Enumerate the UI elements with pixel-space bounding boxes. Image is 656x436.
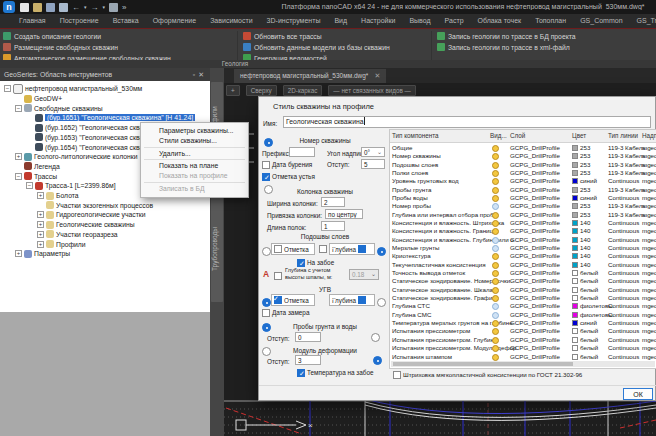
ugv-mark-field[interactable]: Отметка bbox=[271, 294, 315, 306]
tree-item[interactable]: +Участки георазреза bbox=[37, 230, 118, 240]
view-button[interactable]: 2D-каркас bbox=[283, 85, 323, 96]
tree-item[interactable]: GeoDW+ bbox=[15, 94, 62, 104]
table-row[interactable]: Испытания прессиометромGCPG_DrillProfile… bbox=[390, 327, 656, 335]
table-row[interactable]: Испытания прессиометром. ГлубинаGCPG_Dri… bbox=[390, 336, 656, 344]
visibility-bulb-icon[interactable] bbox=[492, 170, 499, 177]
menu-item[interactable]: Показать на плане bbox=[141, 161, 248, 171]
tab-3D-инструменты[interactable]: 3D-инструменты bbox=[260, 14, 328, 28]
ugv-depth-radio[interactable] bbox=[377, 298, 386, 307]
new-file-icon[interactable] bbox=[20, 3, 29, 12]
tab-Настройки[interactable]: Настройки bbox=[354, 14, 402, 28]
visibility-bulb-icon[interactable] bbox=[492, 153, 499, 160]
measure-date-checkbox[interactable] bbox=[262, 309, 270, 317]
tree-item[interactable]: +Профили bbox=[37, 239, 86, 249]
soles-mark-radio[interactable] bbox=[262, 247, 271, 256]
number-offset-input[interactable]: 5 bbox=[361, 159, 385, 169]
collapse-icon[interactable]: − bbox=[15, 105, 22, 112]
visibility-bulb-icon[interactable] bbox=[492, 287, 499, 294]
column-width-input[interactable]: 2 bbox=[321, 197, 345, 207]
soles-depth-radio[interactable] bbox=[377, 247, 386, 256]
visibility-bulb-icon[interactable] bbox=[492, 203, 499, 210]
visibility-bulb-icon[interactable] bbox=[492, 295, 499, 302]
column-group-radio[interactable] bbox=[264, 185, 273, 194]
hatch-gost-checkbox[interactable] bbox=[393, 371, 401, 379]
visibility-bulb-icon[interactable] bbox=[492, 337, 499, 344]
tree-item[interactable]: −Трасса-1 [L=2399.86м] bbox=[26, 181, 116, 191]
menu-item[interactable]: Стили скважины... bbox=[141, 136, 248, 146]
ugv-mark-radio[interactable] bbox=[262, 298, 271, 307]
view-button[interactable]: Сверху bbox=[246, 85, 277, 96]
tree-item[interactable]: Участки экзогенных процессов bbox=[37, 200, 153, 210]
table-row[interactable]: Статическое зондирование. Шкала.GCPG_Dri… bbox=[390, 286, 656, 294]
number-group-radio[interactable] bbox=[264, 138, 273, 147]
tab-Главная[interactable]: Главная bbox=[12, 14, 53, 28]
expand-icon[interactable]: + bbox=[37, 221, 44, 228]
soles-depth-field[interactable]: Глубина bbox=[329, 243, 375, 255]
table-row[interactable]: КриотекстураGCPG_DrillProfile140Continuo… bbox=[390, 252, 656, 260]
visibility-bulb-icon[interactable] bbox=[492, 270, 499, 277]
visibility-bulb-icon[interactable] bbox=[492, 195, 499, 202]
scrollbar-thumb[interactable] bbox=[393, 362, 573, 366]
view-button[interactable]: — нет связанных видов — bbox=[328, 85, 415, 96]
table-column-header[interactable]: Цвет bbox=[572, 130, 586, 142]
tab-Вид[interactable]: Вид bbox=[327, 14, 354, 28]
visibility-bulb-icon[interactable] bbox=[492, 187, 499, 194]
visibility-bulb-icon[interactable] bbox=[492, 253, 499, 260]
redo-icon[interactable]: → bbox=[91, 3, 99, 12]
table-column-header[interactable]: Слой bbox=[510, 130, 525, 142]
ribbon-button[interactable]: Создать описание геологии bbox=[3, 31, 171, 41]
ribbon-button[interactable]: Размещение свободных скважин bbox=[3, 42, 171, 52]
table-row[interactable]: Полки слоевGCPG_DrillProfile253119-3 Каб… bbox=[390, 169, 656, 177]
table-horizontal-scrollbar[interactable] bbox=[391, 361, 655, 367]
visibility-bulb-icon[interactable] bbox=[492, 212, 499, 219]
soles-middle-checkbox[interactable] bbox=[319, 245, 327, 253]
vertical-tab-2[interactable]: Трубопроводы bbox=[211, 196, 223, 302]
shelves-length-input[interactable]: 1 bbox=[321, 221, 345, 231]
bottom-temp-checkbox[interactable] bbox=[297, 369, 305, 377]
expand-icon[interactable]: + bbox=[37, 192, 44, 199]
ugv-mark-checkbox[interactable] bbox=[274, 296, 282, 304]
prefix-input[interactable] bbox=[289, 147, 315, 157]
tab-Топоплан[interactable]: Топоплан bbox=[528, 14, 573, 28]
expand-icon[interactable]: + bbox=[37, 241, 44, 248]
table-column-header[interactable]: Тип линии bbox=[608, 130, 638, 142]
tree-item[interactable]: −Свободные скважины bbox=[15, 103, 103, 113]
ugv-depth-checkbox[interactable] bbox=[358, 296, 366, 304]
samples-extra-radio[interactable] bbox=[371, 333, 380, 342]
tab-Вывод[interactable]: Вывод bbox=[402, 14, 437, 28]
table-column-header[interactable]: Вид... bbox=[490, 130, 507, 142]
visibility-bulb-icon[interactable] bbox=[492, 220, 499, 227]
soles-mark-checkbox[interactable] bbox=[274, 245, 282, 253]
table-row[interactable]: Точность вывода отметокGCPG_DrillProfile… bbox=[390, 269, 656, 277]
ribbon-button[interactable]: Обновить все трассы bbox=[243, 31, 390, 41]
table-row[interactable]: Уровень грунтовых водGCPG_DrillProfileси… bbox=[390, 177, 656, 185]
tab-Вставка[interactable]: Вставка bbox=[106, 14, 146, 28]
tree-item[interactable]: +Болота bbox=[37, 191, 79, 201]
tree-item[interactable]: Легенда bbox=[15, 162, 60, 172]
table-row[interactable]: Статическое зондирование. График.GCPG_Dr… bbox=[390, 294, 656, 302]
deform-extra-radio[interactable] bbox=[373, 356, 382, 365]
deform-offset-input[interactable]: 3 bbox=[295, 355, 321, 365]
visibility-bulb-icon[interactable] bbox=[492, 303, 499, 310]
tab-Зависимости[interactable]: Зависимости bbox=[203, 14, 259, 28]
table-row[interactable]: Консистенция и влажность. ГраницыGCPG_Dr… bbox=[390, 227, 656, 235]
collapse-icon[interactable]: − bbox=[4, 85, 11, 92]
visibility-bulb-icon[interactable] bbox=[492, 228, 499, 235]
at-bottom-checkbox[interactable] bbox=[297, 259, 305, 267]
visibility-bulb-icon[interactable] bbox=[492, 312, 499, 319]
visibility-bulb-icon[interactable] bbox=[492, 245, 499, 252]
table-row[interactable]: Глубина или интервал отбора пробыGCPG_Dr… bbox=[390, 211, 656, 219]
table-row[interactable]: Текучепластичная консистенцияGCPG_DrillP… bbox=[390, 261, 656, 269]
visibility-bulb-icon[interactable] bbox=[492, 354, 499, 361]
ribbon-button[interactable]: Запись геологии по трассе в БД проекта bbox=[437, 31, 576, 41]
drill-date-checkbox[interactable] bbox=[262, 161, 270, 169]
table-row[interactable]: Консистенция и влажность. ШтриховкаGCPG_… bbox=[390, 219, 656, 227]
tab-Растр[interactable]: Растр bbox=[438, 14, 471, 28]
expand-icon[interactable]: + bbox=[15, 250, 22, 257]
sleeper-depth-checkbox[interactable] bbox=[274, 272, 282, 280]
expand-icon[interactable]: + bbox=[15, 153, 22, 160]
ribbon-button[interactable]: Запись геологии по трассе в xml-файл bbox=[437, 42, 576, 52]
close-icon[interactable]: ✕ bbox=[198, 71, 207, 78]
table-column-header[interactable]: Надп bbox=[642, 130, 656, 142]
expand-icon[interactable]: + bbox=[37, 231, 44, 238]
